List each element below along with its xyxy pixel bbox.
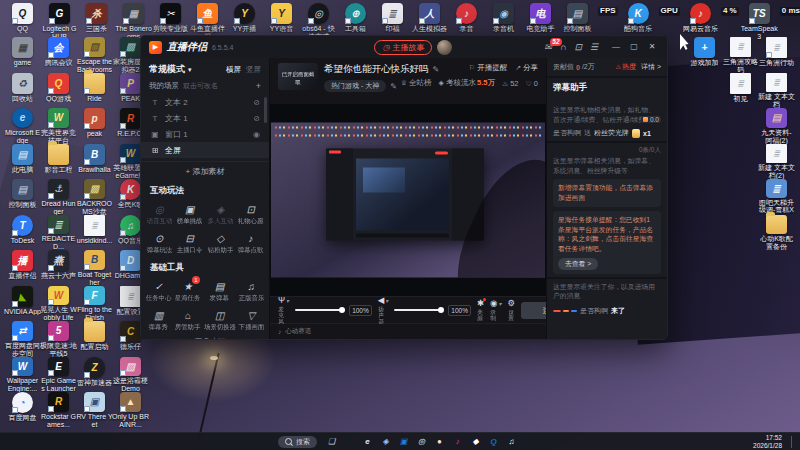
desktop-icon[interactable]: ◉ 录音机: [485, 3, 522, 33]
taskbar-app-icon[interactable]: ●: [433, 435, 446, 448]
taskbar-app-icon[interactable]: [343, 435, 356, 448]
broadcast-reminder-button[interactable]: ⚐开播提醒: [469, 63, 507, 73]
basic-tool[interactable]: ▤ 发弹幕: [203, 276, 237, 305]
desktop-icon[interactable]: 播 直播伴侣: [4, 250, 41, 286]
desktop-icon[interactable]: F Fling to the Finish: [76, 286, 113, 322]
interactive-tool[interactable]: ▣ 榜单挑战: [175, 199, 206, 228]
desktop-icon[interactable]: e Microsoft Edge: [4, 108, 41, 144]
scene-item[interactable]: T 文本 1 ⊘: [141, 110, 269, 126]
taskbar-app-icon[interactable]: ❏: [325, 435, 338, 448]
desktop-icon[interactable]: 0 ms: [780, 6, 800, 16]
beauty-button[interactable]: ✱ 美颜: [477, 299, 484, 322]
titlebar-icon[interactable]: ☰: [590, 43, 598, 52]
desktop-icon[interactable]: ✂ 剪映专业版: [152, 3, 189, 33]
desktop-icon[interactable]: 配置启动: [76, 321, 113, 357]
taskbar-app-icon[interactable]: ◈: [379, 435, 392, 448]
desktop-icon[interactable]: 燕 燕云十六声: [40, 250, 77, 286]
desktop-icon[interactable]: ≣ unsidkind...: [76, 215, 113, 251]
interactive-tool[interactable]: ◈ 多人互动: [205, 199, 236, 228]
scene-item[interactable]: ▣ 窗口 1 ◉: [141, 126, 269, 142]
desktop-icon[interactable]: Y YY开播: [226, 3, 263, 33]
desktop-icon[interactable]: E Epic Games Launcher: [40, 357, 77, 393]
tab-portrait[interactable]: 竖屏: [246, 65, 261, 75]
desktop-icon[interactable]: 4 %: [721, 6, 739, 16]
desktop-icon[interactable]: K 酷狗音乐: [620, 3, 657, 33]
interactive-tool[interactable]: ♪ 弹幕点歌: [236, 228, 267, 257]
desktop-icon[interactable]: ◣ NVIDIA App: [4, 286, 41, 322]
desktop-icon[interactable]: ▨ 这是浴霸梗 Demo: [112, 357, 149, 393]
taskbar-app-icon[interactable]: ♪: [451, 435, 464, 448]
desktop-icon[interactable]: W 完美世界竞技平台: [40, 108, 77, 144]
desktop-icon[interactable]: ≣ REDACTED...: [40, 215, 77, 251]
desktop-icon[interactable]: ≣ 三角洲行动: [758, 37, 795, 73]
desktop-icon[interactable]: GPU: [659, 6, 680, 16]
desktop-icon[interactable]: TS TeamSpeak 3: [741, 3, 778, 41]
desktop-icon[interactable]: ▤ 九天资料-阿福(2): [758, 108, 795, 144]
edit-category-icon[interactable]: ✎: [390, 82, 397, 91]
taskbar-app-icon[interactable]: ▣: [397, 435, 410, 448]
desktop-icon[interactable]: 电 电竞助手: [522, 3, 559, 33]
show-desktop-button[interactable]: [791, 436, 794, 448]
desktop-icon[interactable]: ≣ 图吧天梯升级调-雪糕X1: [758, 179, 795, 215]
interactive-tool[interactable]: ⊙ 弹幕玩法: [144, 228, 175, 257]
scrollbar-thumb[interactable]: [264, 97, 267, 123]
desktop-icon[interactable]: W 晃晃人生 Wobbly Life: [40, 286, 77, 322]
add-material-button[interactable]: + 添加素材: [141, 161, 269, 180]
desktop-icon[interactable]: Y YY语音: [263, 3, 300, 33]
basic-tool[interactable]: ▽ 下播画面: [237, 305, 266, 334]
heat-toggle[interactable]: ♨热度: [615, 62, 636, 72]
titlebar-icon[interactable]: ∩: [560, 43, 566, 52]
desktop-icon[interactable]: ▨ Escape the Backrooms: [76, 37, 113, 73]
microphone-control[interactable]: Ψ▾ 麦克风: [278, 296, 289, 325]
avatar[interactable]: [437, 40, 452, 55]
microphone-volume-slider[interactable]: [295, 309, 343, 311]
speaker-volume-slider[interactable]: [394, 309, 442, 311]
category-pill[interactable]: 热门游戏 - 大神: [324, 80, 386, 92]
taskbar-app-icon[interactable]: ♫: [505, 435, 518, 448]
tab-landscape[interactable]: 横屏: [226, 65, 241, 75]
basic-tool[interactable]: ★1 星海任务: [173, 276, 202, 305]
interactive-tool[interactable]: ◎ 语音互动: [144, 199, 175, 228]
desktop-icon[interactable]: FPS: [598, 6, 618, 16]
desktop-icon[interactable]: Ride: [76, 73, 113, 109]
share-button[interactable]: ↗分享: [515, 63, 538, 73]
desktop-icon[interactable]: ◔ 百度网盘: [4, 392, 41, 428]
close-button[interactable]: ✕: [645, 40, 659, 54]
preview-canvas[interactable]: [270, 104, 546, 296]
desktop-icon[interactable]: ⚓ Dread Hunger: [40, 179, 77, 215]
basic-tool[interactable]: ⌂ 房管助手: [173, 305, 202, 334]
desktop-icon[interactable]: ≣ 初见: [722, 73, 759, 109]
desktop-icon[interactable]: 会 腾讯会议: [40, 37, 77, 73]
search-input[interactable]: 搜索: [278, 436, 317, 448]
clock[interactable]: 17:52 2026/1/28: [753, 434, 782, 450]
desktop-icon[interactable]: ♻ 回收站: [4, 73, 41, 109]
titlebar-icon[interactable]: ✉52: [544, 43, 552, 52]
scene-item[interactable]: T 文本 2 ⊘: [141, 94, 269, 110]
desktop-icon[interactable]: 人 人生模拟器: [411, 3, 448, 33]
desktop-icon[interactable]: T ToDesk: [4, 215, 41, 251]
basic-tool[interactable]: ▥ 弹幕秀: [144, 305, 173, 334]
maximize-button[interactable]: ▢: [627, 40, 641, 54]
minimize-button[interactable]: —: [609, 40, 623, 54]
desktop-icon[interactable]: Q QQ游戏: [40, 73, 77, 109]
basic-tool[interactable]: ◫ 场景切换器: [203, 305, 237, 334]
desktop-icon[interactable]: W Wallpaper Engine:...: [4, 357, 41, 393]
desktop-icon[interactable]: 心动K歌配置备份: [758, 215, 795, 251]
desktop-icon[interactable]: p peak: [76, 108, 113, 144]
basic-tool[interactable]: ✓ 任务中心: [144, 276, 173, 305]
taskbar-app-icon[interactable]: ◆: [469, 435, 482, 448]
record-button[interactable]: ◉▾ 录制: [490, 299, 501, 322]
add-scene-button[interactable]: +: [256, 81, 261, 91]
desktop-icon[interactable]: ▩ BACKROOMS沙盘: [76, 179, 113, 215]
taskbar-app-icon[interactable]: ◎: [415, 435, 428, 448]
desktop-icon[interactable]: ▤ 控制面板: [4, 179, 41, 215]
desktop-icon[interactable]: B Boat Together: [76, 250, 113, 286]
visibility-eye-icon[interactable]: ◉: [253, 130, 260, 139]
desktop-icon[interactable]: ≣ 印福: [374, 3, 411, 33]
desktop-icon[interactable]: Z 雷神加速器: [76, 357, 113, 393]
visibility-eye-icon[interactable]: ⊘: [253, 114, 260, 123]
desktop-icon[interactable]: ♪ 录音: [448, 3, 485, 33]
more-functions-button[interactable]: … 更多功能: [141, 334, 269, 339]
desktop-icon[interactable]: B Brawlhalla: [76, 144, 113, 180]
desktop-icon[interactable]: ⇄ 百度网盘同步空间: [4, 321, 41, 357]
